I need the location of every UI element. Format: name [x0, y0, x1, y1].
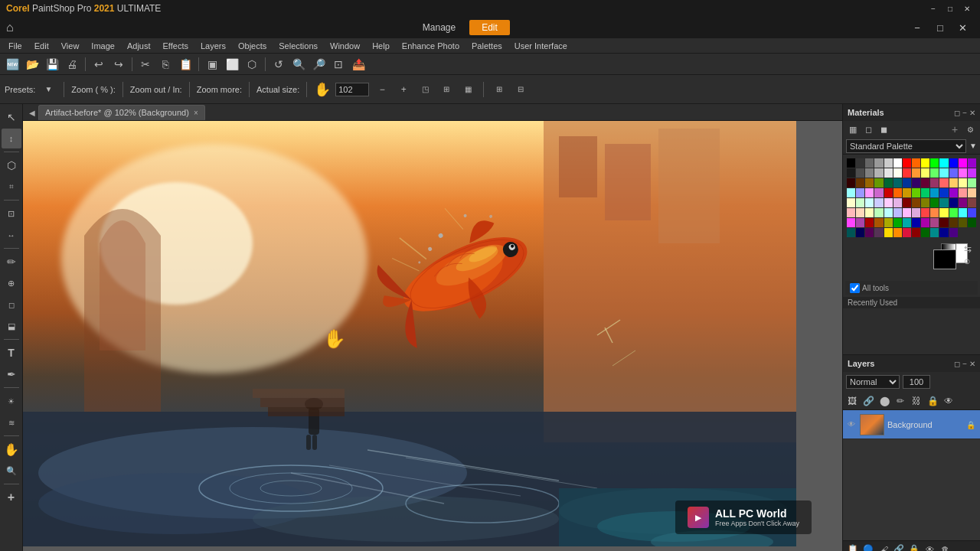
layers-bottom-btn-6[interactable]: 👁	[923, 543, 936, 552]
zoom-out-button[interactable]: 🔎	[309, 56, 328, 73]
color-swatch[interactable]	[930, 208, 939, 217]
palette-select[interactable]: Standard Palette	[846, 139, 966, 153]
menu-enhance-photo[interactable]: Enhance Photo	[397, 40, 465, 52]
color-swatch[interactable]	[959, 188, 967, 197]
color-swatch[interactable]	[865, 218, 874, 227]
color-swatch[interactable]	[856, 168, 864, 178]
color-swatch[interactable]	[874, 178, 883, 187]
fill-tool-button[interactable]: ⬓	[2, 316, 21, 336]
color-swatch[interactable]	[912, 228, 920, 237]
manage-mode-button[interactable]: Manage	[410, 20, 468, 35]
color-swatch[interactable]	[949, 188, 958, 197]
all-tools-label[interactable]: All tools	[850, 283, 889, 293]
color-swatch[interactable]	[893, 158, 902, 168]
color-swatch[interactable]	[865, 168, 874, 178]
color-swatch[interactable]	[939, 228, 948, 237]
color-swatch[interactable]	[949, 208, 958, 217]
arrow-tool-button[interactable]: ↖	[2, 107, 21, 127]
color-swatch[interactable]	[912, 188, 920, 197]
all-tools-checkbox[interactable]	[850, 283, 860, 293]
color-swatch[interactable]	[884, 198, 893, 207]
fit-button[interactable]: ⊡	[329, 56, 348, 73]
color-swatch[interactable]	[903, 188, 911, 197]
pan-icon-left[interactable]: ✋	[314, 82, 331, 97]
color-swatch[interactable]	[874, 188, 883, 197]
pan-tool-button[interactable]: ✋	[2, 439, 21, 459]
color-swatch[interactable]	[968, 198, 976, 207]
color-swatch[interactable]	[865, 208, 874, 217]
color-swatch[interactable]	[921, 198, 929, 207]
zoom-preview-btn[interactable]: ▦	[459, 82, 476, 97]
color-swatch[interactable]	[930, 228, 939, 237]
zoom-actual-btn[interactable]: ⊞	[438, 82, 455, 97]
color-swatch[interactable]	[865, 198, 874, 207]
color-swatch[interactable]	[847, 208, 855, 217]
color-swatch[interactable]	[847, 168, 855, 178]
layers-bottom-btn-3[interactable]: 🖌	[877, 543, 890, 552]
canvas-container[interactable]: ✋ ▶ ALL PC World Free Apps Don't Click A…	[23, 121, 842, 551]
smudge-tool-button[interactable]: ≋	[2, 412, 21, 432]
color-swatch[interactable]	[856, 178, 864, 187]
layer-thumb-btn[interactable]: 🖼	[844, 393, 860, 409]
pick-tool-button[interactable]: ↕	[2, 129, 21, 148]
color-swatch[interactable]	[939, 208, 948, 217]
color-swatch[interactable]	[930, 188, 939, 197]
zoom-in-button[interactable]: 🔍	[289, 56, 308, 73]
selection-tool-button[interactable]: ⬡	[2, 155, 21, 175]
win-close-button[interactable]: ✕	[952, 19, 974, 36]
materials-pin-icon[interactable]: ◻	[954, 109, 960, 117]
color-swatch[interactable]	[968, 178, 976, 187]
color-swatch[interactable]	[939, 178, 948, 187]
selection-rect-button[interactable]: ▣	[203, 56, 221, 73]
tab-nav-left[interactable]: ◀	[26, 105, 38, 120]
color-swatch[interactable]	[856, 188, 864, 197]
color-swatch[interactable]	[959, 158, 967, 168]
menu-palettes[interactable]: Palettes	[466, 40, 508, 52]
color-swatch[interactable]	[912, 198, 920, 207]
color-swatch[interactable]	[959, 208, 967, 217]
clone-tool-button[interactable]: ⊕	[2, 273, 21, 293]
color-swatch[interactable]	[939, 188, 948, 197]
color-swatch[interactable]	[921, 158, 929, 168]
color-swatch[interactable]	[959, 178, 967, 187]
color-swatch[interactable]	[912, 218, 920, 227]
color-swatch[interactable]	[865, 188, 874, 197]
color-swatch[interactable]	[912, 208, 920, 217]
color-swatch[interactable]	[921, 168, 929, 178]
color-swatch[interactable]	[847, 228, 855, 237]
color-swatch[interactable]	[949, 178, 958, 187]
color-swatch[interactable]	[921, 218, 929, 227]
pen-tool-button[interactable]: ✒	[2, 364, 21, 384]
color-swatch[interactable]	[884, 168, 893, 178]
color-swatch[interactable]	[847, 188, 855, 197]
color-swatch[interactable]	[949, 158, 958, 168]
open-file-button[interactable]: 📂	[23, 56, 41, 73]
color-swatch[interactable]	[884, 158, 893, 168]
color-swatch[interactable]	[959, 168, 967, 178]
color-swatch[interactable]	[968, 208, 976, 217]
color-swatch[interactable]	[884, 218, 893, 227]
zoom-canvas-button[interactable]: 🔍	[2, 461, 21, 481]
color-swatch[interactable]	[903, 208, 911, 217]
canvas-tab[interactable]: Artifact-before* @ 102% (Background) ×	[38, 105, 205, 120]
color-swatch[interactable]	[939, 158, 948, 168]
color-swatch[interactable]	[921, 188, 929, 197]
color-swatch[interactable]	[903, 228, 911, 237]
color-swatch[interactable]	[939, 198, 948, 207]
color-swatch[interactable]	[893, 228, 902, 237]
menu-image[interactable]: Image	[86, 40, 120, 52]
swap-colors-icon[interactable]: ⇆	[964, 243, 972, 254]
layers-bottom-btn-1[interactable]: 📋	[846, 543, 860, 552]
color-swatch[interactable]	[865, 178, 874, 187]
color-swatch[interactable]	[968, 188, 976, 197]
palette-style-btn-2[interactable]: ◻	[861, 122, 875, 136]
color-swatch[interactable]	[884, 188, 893, 197]
color-swatch[interactable]	[893, 218, 902, 227]
blend-mode-select[interactable]: Normal Multiply Screen Overlay	[846, 375, 900, 389]
color-swatch[interactable]	[921, 208, 929, 217]
lasso-tool-button[interactable]: ⌗	[2, 177, 21, 197]
color-swatch[interactable]	[893, 208, 902, 217]
color-swatch[interactable]	[847, 198, 855, 207]
color-swatch[interactable]	[903, 178, 911, 187]
close-icon[interactable]: ✕	[960, 3, 974, 14]
